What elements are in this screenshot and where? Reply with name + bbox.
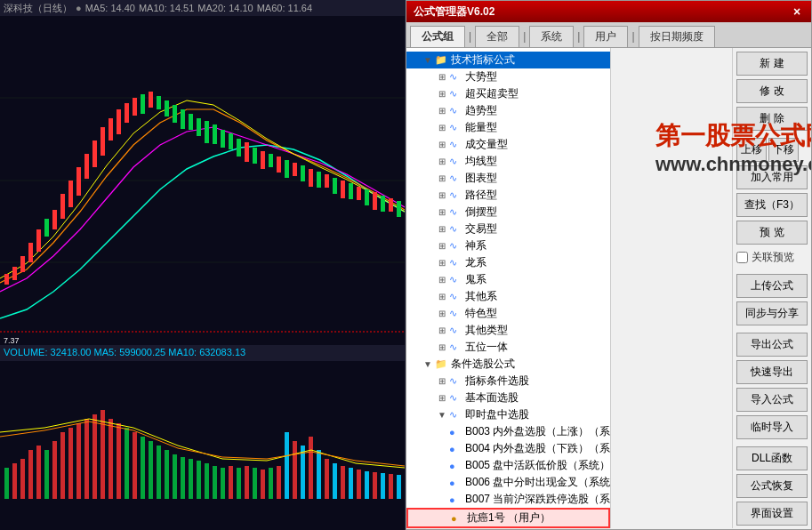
tree-item-b006[interactable]: ● B006 盘中分时出现金叉（系统） (406, 474, 610, 491)
tab-formula-group[interactable]: 公式组 (410, 26, 465, 47)
svg-rect-37 (269, 154, 273, 167)
upload-button[interactable]: 上传公式 (736, 274, 808, 298)
edit-button[interactable]: 修 改 (736, 79, 808, 103)
tree-panel[interactable]: ▼ 📁 技术指标公式 ⊞ ∿ 大势型 ⊞ ∿ 超买超卖型 (406, 48, 611, 528)
tree-item-b005[interactable]: ● B005 盘中活跃低价股（系统） (406, 457, 610, 474)
tree-label-trend: 大势型 (463, 69, 497, 84)
expander-overbuy[interactable]: ⊞ (435, 87, 449, 101)
search-button[interactable]: 查找（F3） (736, 193, 808, 217)
tree-item-wave[interactable]: ⊞ ∿ 均线型 (406, 153, 610, 170)
dialog-close-button[interactable]: × (790, 4, 804, 19)
tree-item-kang1[interactable]: ● 抗癌1号 （用户） (406, 508, 610, 528)
sync-share-button[interactable]: 同步与分享 (736, 301, 808, 325)
tree-item-intraday[interactable]: ▼ ∿ 即时盘中选股 (406, 406, 610, 423)
tab-all[interactable]: 全部 (475, 26, 519, 47)
tilde-icon10: ∿ (449, 222, 463, 237)
svg-rect-5 (12, 267, 17, 280)
tree-label-b005: B005 盘中活跃低价股（系统） (463, 458, 610, 473)
svg-rect-92 (285, 432, 289, 499)
tab-system[interactable]: 系统 (529, 26, 574, 47)
expander-pattern[interactable]: ⊞ (435, 205, 449, 220)
tree-item-indicator-select[interactable]: ⊞ ∿ 指标条件选股 (406, 373, 610, 389)
tree-item-chart[interactable]: ⊞ ∿ 图表型 (406, 170, 610, 187)
tree-item-other2[interactable]: ⊞ ∿ 其他类型 (406, 322, 610, 339)
dialog-title: 公式管理器V6.02 (414, 4, 494, 20)
svg-rect-35 (253, 148, 257, 164)
tree-item-overbuy[interactable]: ⊞ ∿ 超买超卖型 (406, 85, 610, 102)
expander-other1[interactable]: ⊞ (435, 290, 449, 304)
expander-basic-select[interactable]: ⊞ (435, 391, 449, 406)
formula-restore-button[interactable]: 公式恢复 (736, 474, 808, 498)
expander-tech[interactable]: ▼ (421, 53, 435, 68)
svg-rect-104 (381, 473, 385, 499)
preview-button[interactable]: 预 览 (736, 221, 808, 245)
expander-five[interactable]: ⊞ (435, 341, 449, 355)
tree-item-b003[interactable]: ● B003 内外盘选股（上涨）（系统） (406, 423, 610, 440)
svg-rect-46 (341, 181, 345, 198)
tilde-icon12: ∿ (449, 256, 463, 270)
expander-god[interactable]: ⊞ (435, 239, 449, 253)
delete-button[interactable]: 删 除 (736, 107, 808, 131)
svg-rect-103 (373, 472, 377, 499)
tree-label-intraday: 即时盘中选股 (463, 407, 529, 422)
ui-settings-button[interactable]: 界面设置 (736, 502, 808, 526)
expander-intraday[interactable]: ▼ (435, 408, 449, 422)
tab-date-freq[interactable]: 按日期频度 (639, 26, 715, 47)
tree-item-basic-select[interactable]: ⊞ ∿ 基本面选股 (406, 389, 610, 406)
tree-label-cond: 条件选股公式 (449, 357, 515, 372)
expander-trade[interactable]: ⊞ (435, 222, 449, 237)
tree-item-trade[interactable]: ⊞ ∿ 交易型 (406, 221, 610, 237)
link-preview-checkbox[interactable] (736, 252, 748, 263)
expander-cond[interactable]: ▼ (421, 357, 435, 372)
tree-item-other1[interactable]: ⊞ ∿ 其他系 (406, 288, 610, 305)
dll-func-button[interactable]: DLL函数 (736, 446, 808, 470)
svg-rect-88 (253, 468, 257, 499)
expander-ghost[interactable]: ⊞ (435, 273, 449, 287)
quick-export-button[interactable]: 快速导出 (736, 360, 808, 384)
svg-rect-87 (245, 466, 249, 499)
tree-item-god[interactable]: ⊞ ∿ 神系 (406, 237, 610, 254)
tab-user[interactable]: 用户 (583, 26, 628, 47)
tree-item-cond[interactable]: ▼ 📁 条件选股公式 (406, 356, 610, 373)
expander-volume[interactable]: ⊞ (435, 138, 449, 152)
tree-item-ghost[interactable]: ⊞ ∿ 鬼系 (406, 271, 610, 288)
expander-other2[interactable]: ⊞ (435, 324, 449, 338)
tree-item-pattern[interactable]: ⊞ ∿ 倒摆型 (406, 204, 610, 221)
move-down-button[interactable]: 下移 (768, 138, 799, 162)
tree-item-five[interactable]: ⊞ ∿ 五位一体 (406, 339, 610, 356)
temp-import-button[interactable]: 临时导入 (736, 415, 808, 439)
svg-rect-72 (125, 428, 129, 499)
expander-special[interactable]: ⊞ (435, 307, 449, 321)
tree-item-tech[interactable]: ▼ 📁 技术指标公式 (406, 52, 610, 68)
expander-indicator-select[interactable]: ⊞ (435, 374, 449, 389)
tree-item-path[interactable]: ⊞ ∿ 路径型 (406, 187, 610, 204)
svg-rect-43 (317, 172, 321, 188)
tree-item-trend[interactable]: ⊞ ∿ 大势型 (406, 68, 610, 85)
dialog-body: ▼ 📁 技术指标公式 ⊞ ∿ 大势型 ⊞ ∿ 超买超卖型 (406, 48, 811, 528)
expander-trend[interactable]: ⊞ (435, 70, 449, 84)
expander-dragon[interactable]: ⊞ (435, 256, 449, 270)
svg-rect-39 (285, 160, 289, 178)
expander-trend2[interactable]: ⊞ (435, 104, 449, 118)
new-button[interactable]: 新 建 (736, 52, 808, 76)
svg-rect-90 (269, 468, 273, 499)
svg-rect-83 (213, 466, 217, 499)
add-common-button[interactable]: 加入常用 (736, 165, 808, 189)
tree-item-trend2[interactable]: ⊞ ∿ 趋势型 (406, 102, 610, 119)
tree-item-dragon[interactable]: ⊞ ∿ 龙系 (406, 254, 610, 271)
expander-chart[interactable]: ⊞ (435, 172, 449, 186)
move-up-button[interactable]: 上移 (736, 138, 767, 162)
export-button[interactable]: 导出公式 (736, 333, 808, 357)
tree-item-special[interactable]: ⊞ ∿ 特色型 (406, 305, 610, 322)
tree-item-volume[interactable]: ⊞ ∿ 成交量型 (406, 136, 610, 153)
tree-item-b004[interactable]: ● B004 内外盘选股（下跌）（系统） (406, 440, 610, 457)
tree-item-energy[interactable]: ⊞ ∿ 能量型 (406, 119, 610, 136)
expander-energy[interactable]: ⊞ (435, 121, 449, 135)
svg-rect-10 (52, 210, 57, 229)
import-button[interactable]: 导入公式 (736, 388, 808, 412)
expander-path[interactable]: ⊞ (435, 189, 449, 203)
tree-label-overbuy: 超买超卖型 (463, 86, 519, 101)
buttons-panel: 新 建 修 改 删 除 上移 下移 加入常用 查找（F3） 预 览 关联预览 上… (732, 48, 811, 528)
tree-item-b007[interactable]: ● B007 当前沪深跌跌停选股（系统） (406, 491, 610, 508)
expander-wave[interactable]: ⊞ (435, 155, 449, 169)
